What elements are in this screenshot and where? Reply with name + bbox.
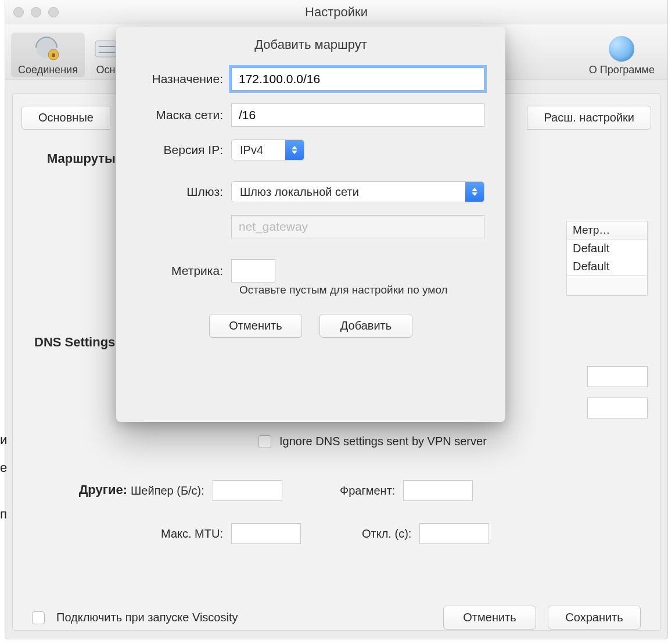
chevron-updown-icon	[465, 182, 484, 202]
connect-on-start-checkbox[interactable]	[32, 611, 45, 624]
input-shaper[interactable]	[213, 480, 282, 501]
svg-rect-2	[52, 53, 55, 57]
add-route-sheet: Добавить маршрут Назначение: Маска сети:…	[116, 27, 505, 422]
connect-on-start-label: Подключить при запуске Viscosity	[56, 611, 238, 624]
ignore-dns-label: Ignore DNS settings sent by VPN server	[279, 435, 487, 448]
toolbar-item-connections[interactable]: Соединения	[11, 33, 85, 77]
label-destination: Назначение:	[137, 72, 231, 86]
select-ipversion-value: IPv4	[232, 144, 285, 157]
table-row[interactable]: Default	[567, 257, 647, 276]
window-title: Настройки	[5, 5, 667, 20]
toolbar-item-about[interactable]: О Программе	[582, 33, 662, 77]
titlebar: Настройки	[5, 0, 667, 24]
sheet-title: Добавить маршрут	[116, 27, 505, 52]
metric-hint: Оставьте пустым для настройки по умол	[137, 284, 484, 296]
maximize-icon[interactable]	[48, 7, 59, 17]
peek-text: е	[0, 460, 7, 475]
input-metric[interactable]	[231, 259, 275, 282]
ignore-dns-checkbox[interactable]	[258, 435, 271, 448]
routes-table[interactable]: Метр… Default Default	[566, 221, 648, 296]
peek-text: п	[0, 507, 7, 522]
save-button[interactable]: Сохранить	[548, 606, 641, 629]
routes-table-footer	[567, 276, 647, 295]
input-gateway-raw	[231, 215, 484, 238]
tab-basic[interactable]: Основные	[21, 106, 110, 130]
globe-icon	[34, 35, 62, 63]
section-routes: Маршруты	[47, 151, 116, 166]
input-fragment[interactable]	[403, 480, 473, 501]
label-metric: Метрика:	[137, 264, 231, 278]
table-row[interactable]: Default	[567, 239, 647, 257]
sheet-cancel-button[interactable]: Отменить	[209, 314, 302, 338]
row-shaper: Шейпер (Б/с):	[131, 480, 282, 501]
minimize-icon[interactable]	[31, 7, 41, 17]
row-fragment: Фрагмент:	[340, 480, 473, 501]
input-destination[interactable]	[231, 67, 484, 91]
label-shaper: Шейпер (Б/с):	[131, 484, 204, 498]
toolbar-label-general: Осн	[96, 64, 115, 76]
bottom-bar: Подключить при запуске Viscosity Отменит…	[5, 606, 667, 629]
routes-col-metric[interactable]: Метр…	[567, 221, 647, 239]
info-icon	[608, 35, 635, 63]
label-mtu: Макс. MTU:	[161, 527, 223, 541]
select-gateway[interactable]: Шлюз локальной сети	[231, 181, 484, 202]
label-ipversion: Версия IP:	[137, 143, 231, 157]
chevron-updown-icon	[285, 140, 304, 160]
label-fragment: Фрагмент:	[340, 484, 395, 498]
close-icon[interactable]	[13, 7, 24, 17]
section-dns: DNS Settings	[34, 335, 115, 350]
label-mask: Маска сети:	[137, 108, 231, 122]
cancel-button[interactable]: Отменить	[443, 606, 536, 629]
section-other: Другие:	[67, 482, 127, 498]
peek-text: и	[0, 432, 7, 448]
row-off: Откл. (с):	[362, 523, 489, 544]
ignore-dns-row: Ignore DNS settings sent by VPN server	[258, 435, 487, 448]
tab-advanced[interactable]: Расш. настройки	[527, 106, 651, 130]
dns-field-2[interactable]	[587, 398, 648, 418]
select-gateway-value: Шлюз локальной сети	[232, 185, 465, 199]
toolbar-label-connections: Соединения	[18, 64, 78, 76]
sheet-add-button[interactable]: Добавить	[319, 314, 412, 338]
select-ipversion[interactable]: IPv4	[231, 139, 304, 160]
input-mtu[interactable]	[231, 523, 301, 544]
toolbar-label-about: О Программе	[589, 64, 655, 76]
dns-field-1[interactable]	[587, 366, 648, 387]
row-mtu: Макс. MTU:	[161, 523, 301, 544]
input-mask[interactable]	[231, 103, 484, 127]
input-off[interactable]	[419, 523, 489, 544]
label-gateway: Шлюз:	[137, 185, 231, 199]
label-off: Откл. (с):	[362, 527, 411, 541]
window-controls	[13, 7, 59, 17]
slider-icon	[92, 35, 120, 63]
svg-rect-3	[95, 41, 116, 57]
